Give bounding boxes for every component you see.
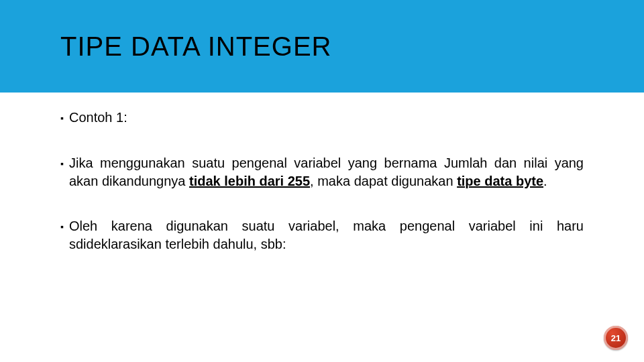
bullet-marker-icon: ▪ — [60, 109, 64, 127]
text-segment: Contoh 1: — [69, 110, 127, 125]
bullet-item: ▪ Jika menggunakan suatu pengenal variab… — [60, 154, 584, 190]
title-bar: TIPE DATA INTEGER — [0, 0, 644, 93]
text-segment: Oleh karena digunakan suatu variabel, ma… — [69, 219, 584, 251]
bullet-text: Oleh karena digunakan suatu variabel, ma… — [69, 217, 584, 253]
bullet-item: ▪ Contoh 1: — [60, 109, 584, 127]
slide-content: ▪ Contoh 1: ▪ Jika menggunakan suatu pen… — [0, 93, 644, 253]
slide-title: TIPE DATA INTEGER — [60, 32, 331, 62]
bullet-item: ▪ Oleh karena digunakan suatu variabel, … — [60, 217, 584, 253]
text-segment: tipe data byte — [457, 174, 543, 188]
bullet-text: Jika menggunakan suatu pengenal variabel… — [69, 154, 584, 190]
text-segment: , maka dapat digunakan — [310, 174, 457, 188]
text-segment: . — [543, 174, 547, 188]
page-number-badge: 21 — [604, 326, 628, 350]
text-segment: tidak lebih dari 255 — [189, 174, 310, 188]
bullet-marker-icon: ▪ — [60, 217, 64, 253]
bullet-text: Contoh 1: — [69, 109, 584, 127]
bullet-marker-icon: ▪ — [60, 154, 64, 190]
page-number: 21 — [611, 333, 621, 343]
